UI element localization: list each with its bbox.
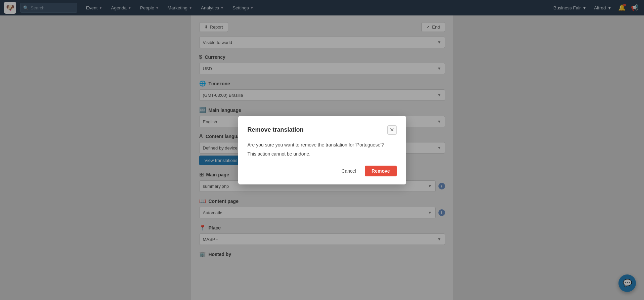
modal-message-line1: Are you sure you want to remove the tran… [248, 141, 397, 148]
modal-title: Remove translation [248, 126, 304, 133]
close-icon: ✕ [390, 127, 394, 133]
modal-body: Are you sure you want to remove the tran… [248, 141, 397, 158]
remove-button[interactable]: Remove [365, 166, 396, 176]
cancel-button[interactable]: Cancel [336, 166, 361, 176]
modal-footer: Cancel Remove [248, 166, 397, 176]
remove-translation-modal: Remove translation ✕ Are you sure you wa… [238, 116, 406, 184]
modal-overlay: Remove translation ✕ Are you sure you wa… [0, 0, 644, 300]
modal-header: Remove translation ✕ [248, 125, 397, 135]
modal-close-button[interactable]: ✕ [387, 125, 397, 135]
modal-message-line2: This action cannot be undone. [248, 151, 397, 158]
